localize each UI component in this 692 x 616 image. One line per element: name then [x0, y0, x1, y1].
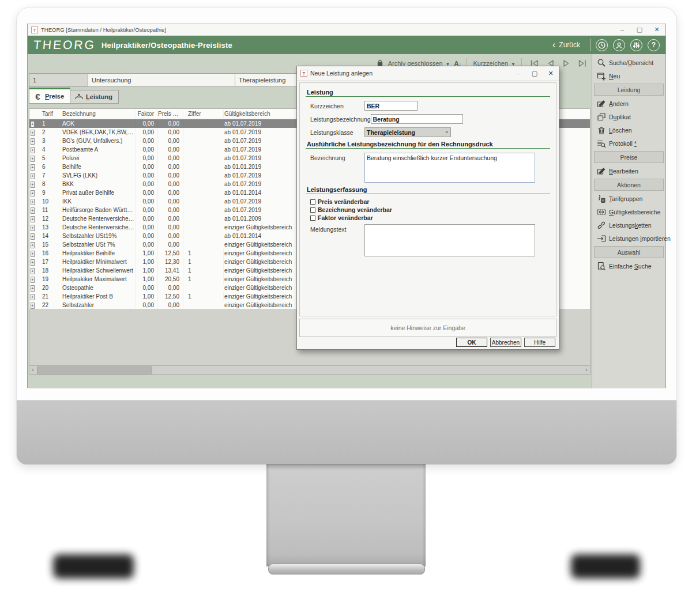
ok-button[interactable]: OK	[456, 338, 487, 347]
user-icon[interactable]	[613, 39, 625, 51]
expand-row-icon[interactable]: +	[31, 285, 35, 292]
record-name-field[interactable]: Untersuchung	[88, 73, 235, 87]
sidebar-section-preise: Preise	[594, 151, 664, 163]
section-heading-leistungserfassung: Leistungserfassung	[307, 186, 550, 193]
app-header: THEORG Heilpraktiker/Osteopathie-Preisli…	[28, 36, 665, 54]
sidebar-item-löschen[interactable]: Löschen	[592, 123, 665, 137]
checkbox-bezeichnung-veränderbar[interactable]	[310, 207, 315, 213]
maximize-icon[interactable]: ▢	[631, 26, 648, 33]
tab-leistung[interactable]: Leistung	[70, 90, 119, 104]
sidebar-item-bearbeiten[interactable]: Bearbeiten	[592, 164, 665, 177]
expand-row-icon[interactable]: +	[31, 199, 35, 205]
expand-row-icon[interactable]: +	[31, 259, 35, 266]
col-header-faktor[interactable]: Faktor	[136, 109, 158, 118]
expand-row-icon[interactable]: +	[31, 130, 35, 136]
expand-row-icon[interactable]: +	[31, 225, 35, 231]
tab-preise[interactable]: € Preise	[29, 88, 70, 104]
horizontal-scrollbar[interactable]: ‹ ›	[29, 365, 591, 375]
chevron-down-icon: ˅	[445, 130, 448, 135]
bezeichnung-label: Bezeichnung	[310, 153, 364, 161]
sidebar-item-gültigkeitsbereiche[interactable]: Gültigkeitsbereiche	[592, 205, 665, 218]
expand-row-icon[interactable]: +	[31, 190, 35, 196]
sidebar-item-neu[interactable]: Neu	[592, 69, 665, 82]
col-header-tarif[interactable]: Tarif	[38, 109, 61, 118]
edit-icon	[596, 166, 606, 176]
expand-row-icon[interactable]: +	[31, 303, 35, 309]
sidebar-section-aktionen: Aktionen	[594, 179, 664, 191]
protocol-icon	[596, 138, 606, 148]
col-header-bezeichnung[interactable]: Bezeichnung	[61, 109, 136, 118]
clock-icon[interactable]	[596, 39, 608, 51]
minimize-icon[interactable]: –	[614, 27, 631, 33]
checkbox-faktor-veränderbar[interactable]	[310, 216, 315, 221]
validity-ranges-icon	[596, 207, 606, 217]
sidebar-item-protokoll[interactable]: Protokoll *	[592, 137, 665, 150]
hilfe-button[interactable]: Hilfe	[524, 338, 555, 347]
expand-row-icon[interactable]: +	[31, 182, 35, 188]
expand-row-icon[interactable]: +	[31, 233, 35, 240]
next-record-icon[interactable]	[562, 59, 570, 67]
sidebar-item-suche-übersicht[interactable]: Suche/Übersicht	[592, 56, 665, 69]
expand-row-icon[interactable]: +	[31, 138, 35, 145]
expand-row-icon[interactable]: +	[31, 173, 35, 179]
leistungsklasse-label: Leistungsklasse	[310, 127, 364, 136]
theorg-app-icon: T	[300, 70, 307, 77]
monitor-chin	[17, 400, 676, 464]
app-window: T THEORG [Stammdaten / Heilpraktiker/Ost…	[27, 24, 666, 388]
expand-row-icon[interactable]: +	[31, 156, 35, 162]
sidebar-item-leistungsketten[interactable]: Leistungsketten	[592, 218, 665, 232]
leistungsklasse-select[interactable]: Therapieleistung ˅	[364, 127, 451, 137]
sidebar: Suche/Übersicht Neu Leistung Ändern Dupl…	[592, 54, 665, 388]
edit-icon	[596, 99, 606, 108]
scroll-right-icon[interactable]: ›	[583, 366, 590, 374]
expand-row-icon[interactable]: +	[31, 251, 35, 257]
abbrechen-button[interactable]: Abbrechen	[490, 338, 521, 347]
dialog-maximize-icon[interactable]: ▢	[526, 70, 543, 77]
leistungsbezeichnung-input[interactable]	[371, 114, 463, 124]
meldungstext-label: Meldungstext	[310, 224, 364, 233]
section-heading-rechnungsdruck: Ausführliche Leistungsbezeichnung für de…	[307, 141, 550, 148]
last-record-icon[interactable]	[578, 59, 587, 67]
dialog-close-icon[interactable]: ✕	[543, 70, 559, 77]
monitor-stand-foot	[268, 564, 425, 575]
monitor-stand	[266, 464, 426, 566]
col-header-preis[interactable]: Preis (€)	[158, 109, 183, 118]
sidebar-item-duplikat[interactable]: Duplikat	[592, 110, 665, 123]
back-button[interactable]: ‹ Zurück	[552, 41, 585, 49]
sidebar-item-einfache-suche[interactable]: Einfache Suche	[592, 259, 665, 273]
sidebar-item-leistungen-importieren[interactable]: Leistungen importieren	[592, 232, 665, 245]
expand-row-icon[interactable]: +	[31, 164, 35, 171]
settings-icon[interactable]	[630, 39, 642, 51]
window-titlebar: T THEORG [Stammdaten / Heilpraktiker/Ost…	[28, 24, 665, 36]
sidebar-item-tarifgruppen[interactable]: Tarifgruppen	[592, 192, 665, 205]
section-heading-leistung: Leistung	[307, 89, 550, 96]
close-icon[interactable]: ✕	[648, 26, 665, 33]
section-rule	[306, 194, 550, 194]
meldungstext-textarea[interactable]	[364, 224, 535, 256]
theorg-app-icon: T	[31, 27, 38, 33]
expand-row-icon[interactable]: +	[31, 207, 35, 214]
expand-row-icon[interactable]: +	[31, 277, 35, 283]
expand-row-icon[interactable]: +	[31, 121, 35, 127]
euro-icon: €	[33, 92, 42, 101]
kurzzeichen-input[interactable]	[364, 101, 418, 111]
expand-row-icon[interactable]: +	[31, 294, 35, 300]
dialog-titlebar: T Neue Leistung anlegen – ▢ ✕	[297, 66, 559, 81]
bezeichnung-textarea[interactable]	[364, 153, 535, 183]
sidebar-section-auswahl: Auswahl	[594, 246, 664, 258]
monitor-shadow-right	[571, 554, 640, 579]
record-number-field[interactable]: 1	[29, 73, 88, 87]
expand-row-icon[interactable]: +	[31, 216, 35, 222]
sidebar-section-leistung: Leistung	[594, 84, 664, 96]
monitor-shadow-left	[53, 554, 134, 579]
col-header-ziffer[interactable]: Ziffer	[183, 109, 224, 118]
expand-row-icon[interactable]: +	[31, 147, 35, 153]
help-icon[interactable]: ?	[648, 39, 660, 51]
expand-row-icon[interactable]: +	[31, 268, 35, 274]
sidebar-item-ändern[interactable]: Ändern	[592, 97, 665, 110]
expand-row-icon[interactable]: +	[31, 242, 35, 248]
scrollbar-thumb[interactable]	[37, 366, 152, 375]
leistungsbezeichnung-label: Leistungsbezeichnung	[310, 114, 371, 123]
scroll-left-icon[interactable]: ‹	[29, 366, 36, 374]
checkbox-preis-veränderbar[interactable]	[310, 199, 315, 205]
